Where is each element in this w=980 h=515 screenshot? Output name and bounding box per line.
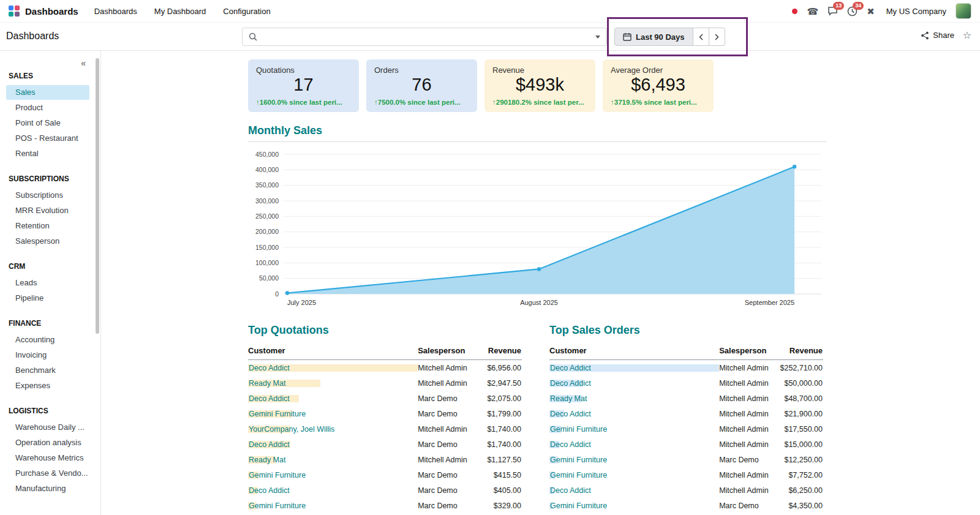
sidebar-item-product[interactable]: Product [6,100,89,115]
menu-item-configuration[interactable]: Configuration [223,7,270,16]
customer-link[interactable]: Gemini Furniture [248,410,306,418]
kpi-row: Quotations17↑1600.0% since last peri...O… [248,59,827,112]
sidebar-item-warehouse-daily[interactable]: Warehouse Daily ... [6,420,89,435]
date-filter-button[interactable]: Last 90 Days [614,28,693,46]
customer-link[interactable]: Deco Addict [248,364,290,372]
date-prev-button[interactable] [693,28,709,46]
kpi-delta: ↑290180.2% since last per... [492,99,587,106]
customer-link[interactable]: Deco Addict [549,486,591,495]
table-row: Deco AddictMitchell Admin$6,250.00 [549,483,823,498]
revenue-cell: $415.50 [478,471,522,479]
revenue-cell: $2,947.50 [478,379,522,388]
sidebar-item-point-of-sale[interactable]: Point of Sale [6,116,89,130]
sidebar-scrollbar[interactable] [96,58,99,334]
salesperson-cell: Marc Demo [418,486,478,495]
sidebar-item-operation-analysis[interactable]: Operation analysis [6,435,89,450]
table-row: Gemini FurnitureMarc Demo$4,350.00 [549,498,823,513]
y-tick-label: 400,000 [255,166,279,173]
sidebar-item-retention[interactable]: Retention [6,219,89,233]
customer-cell: Deco Addict [549,440,719,449]
tables-row: Top QuotationsCustomerSalespersonRevenue… [248,324,827,513]
customer-cell: Gemini Furniture [549,502,719,510]
share-button[interactable]: Share [921,31,954,40]
customer-cell: Ready Mat [248,379,418,388]
sidebar-item-salesperson[interactable]: Salesperson [6,234,89,249]
kpi-card-average-order: Average Order$6,493↑3719.5% since last p… [603,59,714,112]
table-row: Ready MatMitchell Admin$1,127.50 [248,452,522,467]
sidebar-item-pos-restaurant[interactable]: POS - Restaurant [6,131,89,146]
customer-link[interactable]: Ready Mat [248,379,285,388]
sidebar-item-purchase-vendo[interactable]: Purchase & Vendo... [6,466,89,481]
y-tick-label: 450,000 [255,151,279,158]
kpi-card-orders: Orders76↑7500.0% since last peri... [366,59,477,112]
sidebar-collapse-icon[interactable]: « [81,58,86,68]
table-row: Gemini FurnitureMarc Demo$12,250.00 [549,452,823,467]
customer-link[interactable]: Gemini Furniture [549,425,607,434]
customer-link[interactable]: Deco Addict [248,486,290,495]
customer-link[interactable]: Gemini Furniture [549,502,607,510]
sidebar-item-benchmark[interactable]: Benchmark [6,363,89,378]
kpi-value: $6,493 [611,75,706,95]
menu-item-dashboards[interactable]: Dashboards [94,7,137,16]
app-logo-icon[interactable] [9,6,20,17]
customer-link[interactable]: Gemini Furniture [549,456,607,464]
messages-icon[interactable]: 13 [827,6,838,16]
menu-item-my-dashboard[interactable]: My Dashboard [154,7,206,16]
sidebar-item-leads[interactable]: Leads [6,276,89,290]
customer-link[interactable]: Deco Addict [549,364,591,372]
sidebar-item-expenses[interactable]: Expenses [6,378,89,393]
company-switcher[interactable]: My US Company [886,7,946,16]
customer-link[interactable]: Ready Mat [549,394,587,403]
customer-link[interactable]: Deco Addict [549,379,591,388]
customer-link[interactable]: Gemini Furniture [549,471,607,479]
phone-icon[interactable]: ☎ [807,7,818,16]
revenue-cell: $6,250.00 [779,486,823,495]
sidebar-item-pipeline[interactable]: Pipeline [6,291,89,306]
revenue-cell: $50,000.00 [779,379,823,388]
y-tick-label: 0 [275,290,279,298]
sidebar-item-accounting[interactable]: Accounting [6,333,89,347]
data-point [537,267,541,271]
customer-cell: Deco Addict [549,364,719,372]
salesperson-cell: Mitchell Admin [418,379,478,388]
customer-cell: Ready Mat [248,456,418,464]
sidebar: « SALESSalesProductPoint of SalePOS - Re… [0,51,101,515]
sidebar-item-manufacturing[interactable]: Manufacturing [6,481,89,496]
favorite-star-icon[interactable]: ☆ [963,29,971,41]
table-row: Deco AddictMarc Demo$405.00 [248,483,522,498]
table-title: Top Sales Orders [549,324,823,337]
date-filter-group: Last 90 Days [614,28,725,46]
sidebar-item-warehouse-metrics[interactable]: Warehouse Metrics [6,451,89,465]
tools-icon[interactable]: ✖ [867,7,875,16]
customer-link[interactable]: Deco Addict [549,440,591,449]
activities-icon[interactable]: 34 [847,6,858,17]
customer-link[interactable]: Gemini Furniture [248,502,306,510]
salesperson-cell: Mitchell Admin [719,364,779,372]
search-input[interactable] [242,28,607,46]
search-dropdown-caret-icon[interactable] [595,36,600,39]
sidebar-section-crm: CRM [0,262,100,271]
sidebar-item-subscriptions[interactable]: Subscriptions [6,188,89,203]
table-row: Gemini FurnitureMitchell Admin$17,550.00 [549,421,823,437]
kpi-card-quotations: Quotations17↑1600.0% since last peri... [248,59,359,112]
section-divider [248,141,827,142]
sidebar-item-rental[interactable]: Rental [6,146,89,161]
customer-link[interactable]: YourCompany, Joel Willis [248,425,334,434]
customer-link[interactable]: Gemini Furniture [248,471,306,479]
table-row: Gemini FurnitureMarc Demo$415.50 [248,467,522,483]
salesperson-cell: Mitchell Admin [719,486,779,495]
monthly-sales-heading: Monthly Sales [248,124,827,137]
sidebar-item-sales[interactable]: Sales [6,85,89,100]
user-avatar[interactable] [956,3,971,19]
table-title: Top Quotations [248,324,522,337]
date-next-button[interactable] [709,28,725,46]
customer-link[interactable]: Deco Addict [549,410,591,418]
customer-link[interactable]: Deco Addict [248,394,290,403]
customer-cell: Deco Addict [549,379,719,388]
revenue-cell: $1,740.00 [478,440,522,449]
customer-link[interactable]: Ready Mat [248,456,285,464]
sidebar-item-mrr-evolution[interactable]: MRR Evolution [6,203,89,218]
table-row: Deco AddictMitchell Admin$15,000.00 [549,437,823,452]
customer-link[interactable]: Deco Addict [248,440,290,449]
sidebar-item-invoicing[interactable]: Invoicing [6,348,89,363]
